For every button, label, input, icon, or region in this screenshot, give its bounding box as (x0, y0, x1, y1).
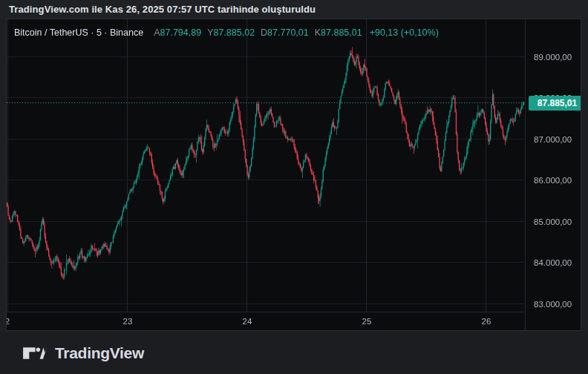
time-axis-label: 2 (6, 316, 10, 327)
symbol-legend: Bitcoin / TetherUS · 5 · Binance A87.794… (14, 27, 439, 39)
price-axis-label: 85.000,00 (534, 217, 581, 227)
time-axis-label: 23 (123, 316, 133, 327)
ohlc-high: Y87.885,02 (207, 27, 255, 38)
tradingview-brand-text: TradingView (55, 344, 144, 362)
footer-bar: TradingView (0, 332, 588, 374)
price-axis-label: 83.000,00 (534, 299, 581, 309)
price-axis-label: 89.000,00 (534, 52, 581, 62)
snapshot-title: TradingView.com ile Kas 26, 2025 07:57 U… (0, 4, 316, 15)
time-axis-label: 26 (482, 316, 491, 327)
ohlc-low: D87.770,01 (261, 27, 309, 38)
price-axis-label: 87.000,00 (534, 134, 581, 145)
ohlc-open: A87.794,89 (154, 27, 201, 38)
chart-panel: Bitcoin / TetherUS · 5 · Binance A87.794… (6, 19, 581, 331)
price-axis-label: 86.000,00 (534, 175, 581, 186)
snapshot-header: TradingView.com ile Kas 26, 2025 07:57 U… (0, 0, 588, 19)
price-change: +90,13 (+0,10%) (370, 27, 439, 38)
price-axis-label: 84.000,00 (534, 257, 581, 268)
time-axis-label: 24 (243, 316, 252, 327)
candlestick-chart (7, 19, 581, 330)
last-price-badge: 87.885,01 (529, 96, 581, 111)
tradingview-brand-link[interactable]: TradingView (22, 342, 144, 364)
time-axis-label: 25 (362, 316, 372, 327)
symbol-title: Bitcoin / TetherUS · 5 · Binance (14, 27, 143, 38)
ohlc-close: K87.885,01 (315, 27, 362, 38)
tradingview-logo-icon (22, 342, 48, 364)
